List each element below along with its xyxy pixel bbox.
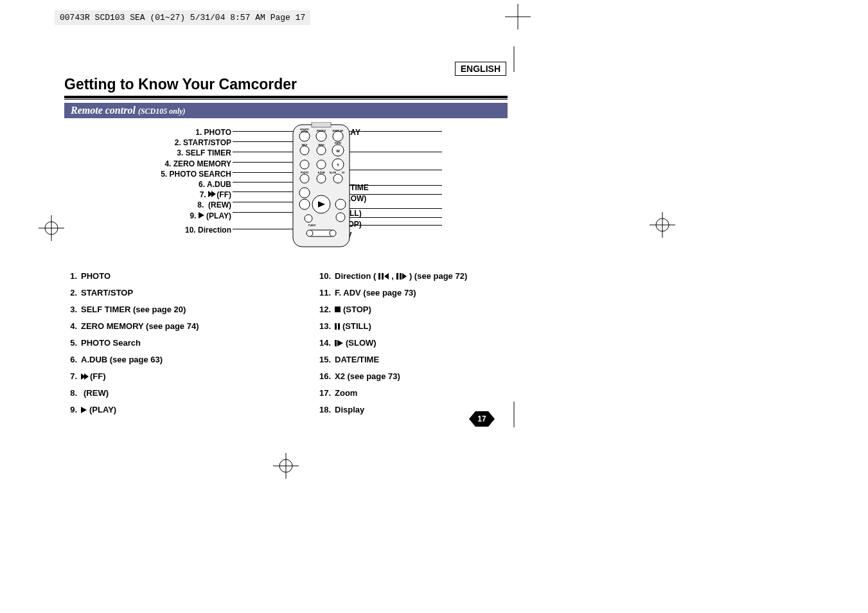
print-file-header: 00743R SCD103 SEA (01~27) 5/31/04 8:57 A… [55, 10, 310, 25]
registration-mark-icon [650, 212, 675, 238]
registration-mark-icon [39, 215, 64, 241]
feature-list-left: 1.PHOTO2.START/STOP3.SELF TIMER (see pag… [64, 271, 254, 422]
list-item: 13. (STILL) [318, 321, 508, 331]
play-icon [81, 407, 87, 413]
svg-text:T: T [337, 163, 339, 167]
svg-text:A.DUB: A.DUB [317, 172, 325, 174]
svg-text:DISPLAY: DISPLAY [333, 129, 344, 132]
callout-label: 4. ZERO MEMORY [64, 159, 231, 169]
title-rule-thin [64, 99, 508, 100]
svg-point-8 [279, 459, 292, 472]
svg-point-47 [336, 213, 345, 222]
svg-point-29 [300, 160, 309, 169]
leader-line [339, 131, 442, 132]
fast-forward-icon [81, 373, 87, 380]
list-number: 1. [64, 271, 81, 281]
list-item: 17.Zoom [318, 388, 508, 398]
callout-label: 1. PHOTO [64, 127, 231, 138]
leader-line [350, 152, 442, 152]
list-label: START/STOP [81, 288, 133, 298]
svg-text:F.ADV: F.ADV [308, 224, 316, 227]
list-label: (FF) [81, 371, 106, 381]
svg-point-22 [300, 146, 309, 155]
svg-point-5 [45, 222, 58, 235]
page-number-badge: 17 [469, 411, 495, 429]
list-label: A.DUB (see page 63) [81, 355, 163, 364]
registration-mark-icon [273, 453, 299, 479]
list-item: 15.DATE/TIME [318, 355, 508, 364]
list-label: (STOP) [335, 305, 371, 314]
svg-point-51 [306, 230, 313, 236]
list-number: 8. [64, 388, 81, 398]
direction-left-icon [378, 273, 389, 280]
play-icon [199, 212, 204, 218]
svg-point-17 [333, 131, 343, 141]
svg-point-2 [656, 218, 669, 231]
leader-line [343, 217, 442, 218]
list-number: 16. [318, 371, 335, 381]
callout-label: 8. (REW)8. (REW) [64, 200, 231, 210]
svg-text:STOP: STOP [301, 130, 308, 134]
list-number: 15. [318, 355, 335, 364]
callout-label: 7. (FF)7. (FF) [64, 190, 231, 200]
list-number: 11. [318, 288, 335, 298]
list-item: 3.SELF TIMER (see page 20) [64, 305, 254, 314]
svg-point-34 [317, 174, 326, 183]
leader-line [350, 170, 442, 170]
subsection-note: (SCD105 only) [138, 107, 186, 116]
callout-label: 3. SELF TIMER [64, 148, 231, 158]
list-label: DATE/TIME [335, 355, 379, 364]
remote-control-icon: START/ STOP PHOTO DISPLAY W SELF ZERO DA… [289, 122, 353, 251]
svg-point-23 [317, 146, 326, 155]
subsection-header: Remote control (SCD105 only) [64, 103, 508, 118]
fast-forward-icon [208, 191, 215, 197]
list-label: (PLAY) [81, 405, 116, 414]
svg-text:ZERO: ZERO [318, 144, 324, 147]
svg-point-30 [317, 160, 326, 169]
svg-point-40 [299, 188, 310, 198]
callout-label: 10. Direction [64, 225, 231, 235]
list-number: 3. [64, 305, 81, 314]
callout-label: 6. A.DUB [64, 179, 231, 190]
list-number: 14. [318, 338, 335, 348]
svg-point-46 [335, 199, 346, 209]
pause-icon [335, 323, 340, 330]
svg-point-49 [305, 215, 312, 222]
list-label: (REW) [81, 388, 109, 398]
list-number: 7. [64, 371, 81, 381]
list-item: 12. (STOP) [318, 305, 508, 314]
list-number: 5. [64, 338, 81, 348]
list-number: 18. [318, 405, 335, 414]
list-label: X2 (see page 73) [335, 371, 400, 381]
list-item: 1.PHOTO [64, 271, 254, 281]
title-rule [64, 96, 508, 98]
svg-point-35 [333, 174, 342, 183]
list-number: 10. [318, 271, 335, 281]
callout-label: 9. (PLAY)9. (PLAY) [64, 211, 231, 221]
svg-text:PHOTO: PHOTO [301, 172, 309, 174]
list-label: Display [335, 405, 364, 414]
page-number: 17 [477, 414, 486, 423]
leader-line [347, 185, 442, 186]
list-label: Zoom [335, 388, 357, 398]
subsection-label: Remote control [71, 105, 136, 116]
list-item: 8. (REW) [64, 388, 254, 398]
leader-line [233, 152, 297, 152]
list-number: 17. [318, 388, 335, 398]
list-item: 4.ZERO MEMORY (see page 74) [64, 321, 254, 331]
list-number: 9. [64, 405, 81, 414]
svg-rect-14 [312, 122, 331, 127]
crop-mark-icon [505, 4, 531, 30]
list-item: 2.START/STOP [64, 288, 254, 298]
list-label: SELF TIMER (see page 20) [81, 305, 186, 314]
list-item: 6.A.DUB (see page 63) [64, 355, 254, 364]
list-item: 7. (FF) [64, 371, 254, 381]
list-number: 2. [64, 288, 81, 298]
list-label: PHOTO [81, 271, 111, 281]
svg-text:PHOTO: PHOTO [317, 129, 326, 132]
direction-right-icon [396, 273, 407, 280]
leader-line [233, 172, 297, 173]
list-item: 5.PHOTO Search [64, 338, 254, 348]
list-label: (SLOW) [335, 338, 376, 348]
leader-line [233, 141, 297, 142]
